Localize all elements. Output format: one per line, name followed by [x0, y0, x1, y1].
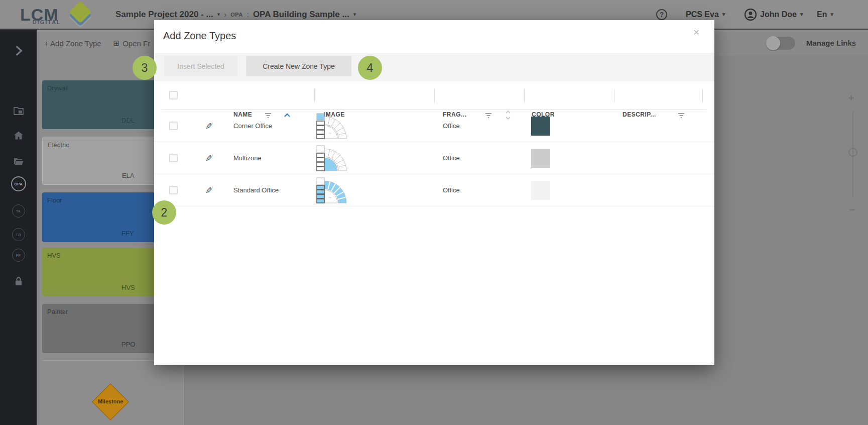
add-zone-type-button[interactable]: + Add Zone Type — [44, 39, 101, 48]
account-label: PCS Eva — [686, 10, 719, 19]
row-checkbox[interactable] — [169, 186, 178, 194]
open-frame-icon: ⊞ — [113, 39, 120, 48]
chevron-down-icon: ▾ — [800, 11, 803, 18]
open-frame-label: Open Fr — [122, 39, 150, 48]
zone-floorplan-image — [316, 177, 348, 203]
sidebar-item-pp[interactable]: PP — [0, 248, 37, 263]
create-new-zone-type-button[interactable]: Create New Zone Type — [246, 56, 351, 76]
fragment-value: Office — [443, 186, 460, 194]
zone-floorplan-image — [316, 145, 348, 171]
breadcrumb-section-code: OPA — [230, 12, 243, 18]
chevron-down-icon[interactable]: ▾ — [353, 11, 356, 18]
edit-pencil-icon[interactable]: ✎ — [205, 185, 212, 196]
zone-floorplan-image — [316, 113, 348, 139]
table-row[interactable]: ✎Multizone Office — [154, 142, 714, 174]
lock-icon — [13, 275, 25, 287]
trade-code: FFY — [121, 230, 134, 237]
annotation-badge-3: 3 — [133, 56, 157, 80]
zone-type-name: Corner Office — [233, 122, 272, 130]
row-checkbox[interactable] — [169, 154, 178, 162]
trade-code: PPO — [121, 341, 135, 348]
sidebar-item-opa[interactable]: OPA — [0, 176, 37, 191]
zone-color-swatch — [531, 149, 550, 168]
breadcrumb-colon: : — [247, 10, 249, 19]
chevron-right-icon — [12, 44, 25, 57]
close-icon[interactable]: × — [693, 26, 699, 38]
fragment-value: Office — [443, 154, 460, 162]
zone-color-swatch — [531, 117, 550, 136]
table-row[interactable]: ✎Corner Office Office — [154, 110, 714, 142]
zone-type-name: Multizone — [233, 154, 262, 162]
add-zone-types-modal: Add Zone Types × Insert Selected Create … — [154, 20, 714, 365]
select-all-checkbox[interactable] — [169, 91, 178, 99]
trade-name: HVS — [47, 252, 61, 259]
milestone-label: Milestone — [92, 398, 129, 404]
folder-open-icon — [13, 155, 25, 167]
panel-boundary-line — [183, 360, 184, 425]
ta-badge-icon: TA — [12, 204, 25, 218]
left-sidebar: OPA TA TZI PP — [0, 30, 37, 425]
trade-code: DDL — [121, 117, 135, 124]
zoom-out-button[interactable]: − — [849, 203, 855, 217]
sidebar-item-projects[interactable] — [0, 103, 37, 118]
trade-code: ELA — [122, 172, 135, 179]
opa-badge-icon: OPA — [11, 176, 26, 191]
logo-subtext: DIGITAL — [33, 19, 61, 25]
modal-toolbar — [154, 53, 714, 81]
insert-selected-button[interactable]: Insert Selected — [164, 56, 237, 76]
zoom-in-button[interactable]: + — [848, 91, 854, 104]
logo-diamond-icon — [68, 3, 94, 26]
chevron-down-icon: ▾ — [722, 11, 725, 18]
edit-pencil-icon[interactable]: ✎ — [205, 121, 212, 132]
app-logo: LCM DIGITAL — [20, 3, 94, 26]
zoom-slider-handle[interactable] — [848, 148, 857, 157]
edit-pencil-icon[interactable]: ✎ — [205, 153, 212, 164]
user-avatar-icon — [745, 9, 757, 21]
zone-color-swatch — [531, 181, 550, 200]
project-folder-icon — [13, 104, 25, 117]
pp-badge-icon: PP — [12, 249, 25, 262]
trade-name: Electric — [48, 141, 69, 149]
home-icon — [13, 130, 25, 142]
trade-name: Floor — [47, 196, 62, 204]
modal-title: Add Zone Types — [163, 30, 236, 42]
annotation-badge-2: 2 — [152, 200, 176, 225]
trade-name: Painter — [47, 308, 68, 315]
language-label: En — [817, 10, 827, 19]
sidebar-item-ta[interactable]: TA — [0, 203, 37, 219]
sidebar-item-folder[interactable] — [0, 153, 37, 168]
breadcrumb-project[interactable]: Sample Project 2020 - ... — [115, 10, 213, 20]
user-name: John Doe — [760, 10, 797, 19]
language-menu[interactable]: En▾ — [817, 0, 833, 29]
trade-name: Drywall — [47, 84, 69, 92]
annotation-badge-4: 4 — [358, 56, 382, 80]
sidebar-expand-button[interactable] — [0, 43, 37, 58]
breadcrumb-page[interactable]: OPA Building Sample ... — [253, 10, 349, 20]
sidebar-item-home[interactable] — [0, 128, 37, 143]
toggle-knob — [766, 36, 780, 50]
trade-code: HVS — [121, 284, 135, 291]
row-checkbox[interactable] — [169, 122, 178, 130]
zone-type-name: Standard Office — [233, 186, 279, 194]
chevron-down-icon: ▾ — [830, 11, 833, 18]
fragment-value: Office — [443, 122, 460, 130]
breadcrumb-separator: › — [224, 10, 226, 19]
sidebar-item-tzi[interactable]: TZI — [0, 227, 37, 242]
chevron-down-icon[interactable]: ▾ — [217, 11, 220, 18]
manage-links-label: Manage Links — [806, 39, 856, 47]
user-menu[interactable]: John Doe▾ — [745, 0, 803, 29]
tzi-badge-icon: TZI — [12, 228, 25, 241]
sidebar-item-lock[interactable] — [0, 274, 37, 289]
table-row[interactable]: ✎Standard Office Office — [154, 174, 714, 206]
manage-links-toggle[interactable] — [767, 37, 795, 50]
help-icon: ? — [656, 9, 667, 20]
open-frame-button[interactable]: ⊞ Open Fr — [113, 39, 151, 48]
